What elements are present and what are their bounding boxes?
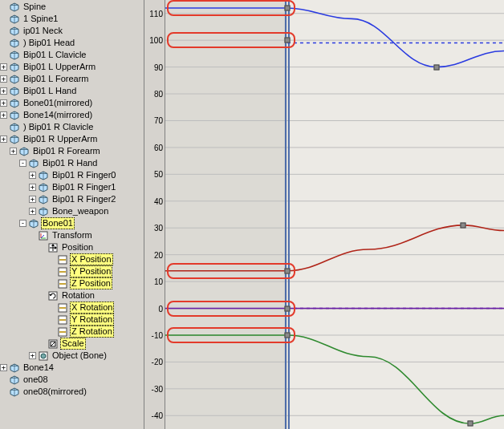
- expand-toggle[interactable]: +: [29, 352, 36, 359]
- tree-node-label[interactable]: ) Bip01 R Clavicle: [22, 121, 95, 133]
- expand-toggle-blank: [39, 340, 46, 347]
- tree-node-label[interactable]: Transform: [51, 229, 94, 241]
- y-tick-label: 0: [158, 304, 163, 313]
- curve-editor[interactable]: 1101009080706050403020100-10-20-30-40: [144, 0, 504, 429]
- tree-node[interactable]: Bip01 L Clavicle: [0, 49, 144, 61]
- tree-node[interactable]: +Bone14: [0, 362, 144, 374]
- tree-node[interactable]: one08: [0, 374, 144, 386]
- tree-node-label[interactable]: ip01 Neck: [22, 25, 64, 37]
- tree-node[interactable]: +Object (Bone): [0, 350, 144, 362]
- tree-node[interactable]: Y Position: [0, 265, 144, 277]
- tree-node[interactable]: ) Bip01 R Clavicle: [0, 121, 144, 133]
- keyframe-handle[interactable]: [284, 306, 290, 311]
- expand-toggle[interactable]: +: [0, 111, 7, 119]
- tree-node[interactable]: +Bone14(mirrored): [0, 109, 144, 121]
- expand-toggle[interactable]: +: [29, 184, 36, 191]
- tree-node[interactable]: Z Position: [0, 277, 144, 289]
- tree-node-label[interactable]: X Position: [70, 253, 113, 265]
- tree-node[interactable]: +Bip01 R UpperArm: [0, 133, 144, 145]
- curve-plot[interactable]: [165, 0, 504, 429]
- keyframe-handle[interactable]: [461, 222, 466, 228]
- tree-node-label[interactable]: one08: [22, 374, 50, 386]
- tree-node-label[interactable]: Scale: [60, 338, 86, 350]
- expand-toggle-blank: [0, 39, 7, 47]
- expand-toggle[interactable]: +: [29, 172, 36, 179]
- expand-toggle[interactable]: -: [19, 160, 26, 167]
- tree-node-label[interactable]: Bone_weapon: [51, 205, 110, 217]
- tree-node[interactable]: X Position: [0, 253, 144, 265]
- tree-node-label[interactable]: Bip01 R UpperArm: [22, 133, 99, 145]
- tree-node[interactable]: +Bip01 R Finger1: [0, 181, 144, 193]
- tree-node-label[interactable]: Z Rotation: [70, 326, 114, 338]
- tree-node[interactable]: Scale: [0, 338, 144, 350]
- expand-toggle[interactable]: +: [10, 148, 17, 155]
- keyframe-handle[interactable]: [284, 6, 290, 11]
- expand-toggle-blank: [48, 328, 55, 335]
- tree-node-label[interactable]: X Rotation: [70, 302, 114, 314]
- expand-toggle[interactable]: +: [0, 364, 7, 371]
- expand-toggle[interactable]: +: [0, 136, 7, 143]
- tree-node-label[interactable]: Bip01 R Finger1: [51, 181, 118, 193]
- hierarchy-tree[interactable]: Spine1 Spine1ip01 Neck) Bip01 HeadBip01 …: [0, 0, 144, 429]
- tree-node-label[interactable]: Rotation: [60, 289, 96, 302]
- tree-node-label[interactable]: ) Bip01 Head: [22, 37, 76, 49]
- expand-toggle[interactable]: -: [19, 220, 26, 227]
- tree-node[interactable]: +Bip01 L Forearm: [0, 73, 144, 85]
- keyframe-handle[interactable]: [467, 421, 473, 427]
- expand-toggle[interactable]: +: [0, 63, 7, 71]
- tree-node[interactable]: ip01 Neck: [0, 25, 144, 37]
- tree-node[interactable]: ) Bip01 Head: [0, 37, 144, 49]
- tree-node[interactable]: -Bone01: [0, 217, 144, 229]
- tree-node[interactable]: Y Rotation: [0, 314, 144, 326]
- tree-node-label[interactable]: Bip01 R Forearm: [31, 145, 102, 157]
- expand-toggle[interactable]: +: [0, 87, 7, 95]
- tree-node-label[interactable]: Object (Bone): [51, 350, 108, 362]
- expand-toggle[interactable]: +: [0, 75, 7, 83]
- tree-node-label[interactable]: Bip01 R Finger0: [51, 169, 118, 181]
- keyframe-handle[interactable]: [433, 64, 439, 70]
- tree-node[interactable]: +Bip01 R Finger0: [0, 169, 144, 181]
- svg-point-84: [41, 354, 46, 358]
- tree-node[interactable]: +Bip01 R Finger2: [0, 193, 144, 205]
- tree-node-label[interactable]: Bip01 L Clavicle: [22, 49, 87, 61]
- tree-node-label[interactable]: Bip01 L Forearm: [22, 73, 91, 85]
- y-tick-label: 40: [154, 196, 163, 205]
- tree-node[interactable]: Position: [0, 241, 144, 253]
- keyframe-handle[interactable]: [284, 332, 290, 338]
- tree-node-label[interactable]: Z Position: [70, 277, 112, 289]
- tree-node-label[interactable]: Bone14: [22, 362, 55, 374]
- tree-node[interactable]: 1 Spine1: [0, 13, 144, 25]
- tree-node-label[interactable]: Bone14(mirrored): [22, 109, 94, 121]
- tree-node-label[interactable]: Y Position: [70, 265, 112, 277]
- tree-node-label[interactable]: Spine: [22, 1, 47, 13]
- tree-node-label[interactable]: Bip01 R Hand: [41, 157, 100, 169]
- tree-node[interactable]: +Bip01 R Forearm: [0, 145, 144, 157]
- tree-node-label[interactable]: Bip01 L Hand: [22, 85, 78, 97]
- keyframe-handle[interactable]: [284, 38, 290, 43]
- tree-node[interactable]: -Bip01 R Hand: [0, 157, 144, 169]
- track-icon: [58, 267, 67, 277]
- tree-node-label[interactable]: Position: [60, 241, 95, 253]
- expand-toggle[interactable]: +: [0, 99, 7, 107]
- cube-icon: [39, 183, 48, 192]
- tree-node[interactable]: +Bip01 L Hand: [0, 85, 144, 97]
- tree-node[interactable]: +Bip01 L UpperArm: [0, 61, 144, 73]
- expand-toggle[interactable]: +: [29, 208, 36, 215]
- tree-node-label[interactable]: Bone01(mirrored): [22, 97, 94, 109]
- tree-node-label[interactable]: Bip01 L UpperArm: [22, 61, 97, 73]
- keyframe-handle[interactable]: [284, 268, 290, 273]
- tree-node[interactable]: X Rotation: [0, 302, 144, 314]
- tree-node-label[interactable]: Y Rotation: [70, 314, 114, 326]
- tree-node-label[interactable]: one08(mirrored): [22, 386, 88, 398]
- tree-node[interactable]: Transform: [0, 229, 144, 241]
- expand-toggle[interactable]: +: [29, 196, 36, 203]
- tree-node[interactable]: Spine: [0, 1, 144, 13]
- tree-node[interactable]: Z Rotation: [0, 326, 144, 338]
- tree-node[interactable]: one08(mirrored): [0, 386, 144, 398]
- tree-node-label[interactable]: 1 Spine1: [22, 13, 59, 25]
- tree-node-label[interactable]: Bip01 R Finger2: [51, 193, 118, 205]
- tree-node[interactable]: +Bone_weapon: [0, 205, 144, 217]
- tree-node[interactable]: +Bone01(mirrored): [0, 97, 144, 109]
- tree-node-label[interactable]: Bone01: [41, 217, 75, 229]
- tree-node[interactable]: Rotation: [0, 289, 144, 302]
